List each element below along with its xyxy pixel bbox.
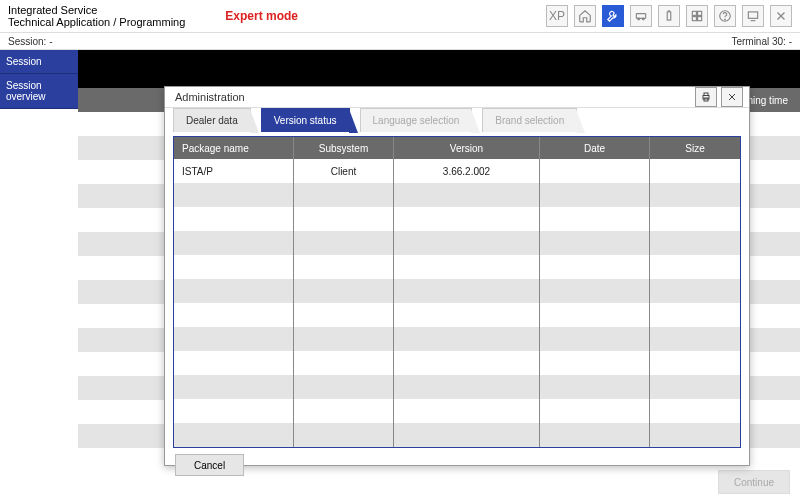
bg-toolbar <box>78 50 800 88</box>
battery-icon[interactable] <box>658 5 680 27</box>
manage-icon[interactable] <box>686 5 708 27</box>
svg-rect-7 <box>692 17 696 21</box>
table-row[interactable] <box>174 255 740 279</box>
cell-version <box>394 375 540 399</box>
cell-version <box>394 327 540 351</box>
tab-version-status[interactable]: Version status <box>261 108 350 132</box>
app-title-line2: Technical Application / Programming <box>8 16 185 28</box>
cell-package <box>174 207 294 231</box>
cell-size <box>650 375 740 399</box>
terminal-label: Terminal 30: - <box>731 36 792 47</box>
cell-subsystem <box>294 255 394 279</box>
cell-package <box>174 423 294 447</box>
close-icon[interactable] <box>770 5 792 27</box>
cell-date <box>540 231 650 255</box>
cell-date <box>540 303 650 327</box>
session-bar: Session: - Terminal 30: - <box>0 32 800 50</box>
session-label: Session: - <box>8 36 52 47</box>
cell-size <box>650 159 740 183</box>
cell-subsystem <box>294 327 394 351</box>
svg-rect-8 <box>698 17 702 21</box>
table-row[interactable] <box>174 207 740 231</box>
cell-subsystem <box>294 351 394 375</box>
cell-package <box>174 375 294 399</box>
cell-date <box>540 279 650 303</box>
cell-size <box>650 423 740 447</box>
cell-size <box>650 399 740 423</box>
cancel-button[interactable]: Cancel <box>175 454 244 476</box>
header-toolbar: XP <box>546 5 792 27</box>
cell-date <box>540 159 650 183</box>
table-row[interactable]: ISTA/PClient3.66.2.002 <box>174 159 740 183</box>
cell-date <box>540 327 650 351</box>
vehicle-icon[interactable] <box>630 5 652 27</box>
cell-date <box>540 423 650 447</box>
sidebar: Session Session overview <box>0 50 78 500</box>
dialog-tabs: Dealer data Version status Language sele… <box>165 108 749 132</box>
table-row[interactable] <box>174 399 740 423</box>
admin-dialog: Administration Dealer data Version statu… <box>164 86 750 466</box>
cell-date <box>540 183 650 207</box>
cell-size <box>650 303 740 327</box>
svg-point-2 <box>642 18 644 20</box>
cell-subsystem: Client <box>294 159 394 183</box>
cell-version <box>394 255 540 279</box>
cell-package <box>174 231 294 255</box>
cell-subsystem <box>294 399 394 423</box>
display-icon[interactable] <box>742 5 764 27</box>
table-row[interactable] <box>174 327 740 351</box>
cell-package <box>174 327 294 351</box>
cell-size <box>650 327 740 351</box>
col-version: Version <box>394 137 540 159</box>
svg-rect-11 <box>748 12 757 18</box>
table-row[interactable] <box>174 375 740 399</box>
cell-version <box>394 231 540 255</box>
table-row[interactable] <box>174 351 740 375</box>
tab-language-selection: Language selection <box>360 108 473 132</box>
wrench-icon[interactable] <box>602 5 624 27</box>
print-icon[interactable] <box>695 87 717 107</box>
app-title-line1: Integrated Service <box>8 4 185 16</box>
table-body: ISTA/PClient3.66.2.002 <box>174 159 740 447</box>
cell-version <box>394 207 540 231</box>
cell-version: 3.66.2.002 <box>394 159 540 183</box>
dialog-title: Administration <box>175 91 245 103</box>
table-row[interactable] <box>174 231 740 255</box>
svg-point-1 <box>638 18 640 20</box>
cell-date <box>540 255 650 279</box>
cell-version <box>394 423 540 447</box>
home-icon[interactable] <box>574 5 596 27</box>
cell-version <box>394 279 540 303</box>
cell-version <box>394 183 540 207</box>
svg-rect-5 <box>692 11 696 15</box>
cell-version <box>394 351 540 375</box>
cell-subsystem <box>294 303 394 327</box>
table-row[interactable] <box>174 303 740 327</box>
dialog-body: Package name Subsystem Version Date Size… <box>173 136 741 448</box>
tab-brand-selection: Brand selection <box>482 108 577 132</box>
cell-subsystem <box>294 183 394 207</box>
dialog-close-icon[interactable] <box>721 87 743 107</box>
sidebar-item-session-overview[interactable]: Session overview <box>0 74 78 109</box>
table-row[interactable] <box>174 279 740 303</box>
cell-version <box>394 399 540 423</box>
cell-package <box>174 183 294 207</box>
help-icon[interactable] <box>714 5 736 27</box>
table-row[interactable] <box>174 183 740 207</box>
xp-icon[interactable]: XP <box>546 5 568 27</box>
cell-package <box>174 303 294 327</box>
svg-rect-3 <box>667 12 671 20</box>
cell-size <box>650 231 740 255</box>
table-row[interactable] <box>174 423 740 447</box>
mode-label: Expert mode <box>225 9 298 23</box>
main-area: ramming time Continue Administration Dea… <box>78 50 800 500</box>
sidebar-item-session[interactable]: Session <box>0 50 78 74</box>
cell-size <box>650 255 740 279</box>
cell-date <box>540 351 650 375</box>
tab-dealer-data[interactable]: Dealer data <box>173 108 251 132</box>
col-package: Package name <box>174 137 294 159</box>
svg-point-10 <box>725 19 726 20</box>
table-header: Package name Subsystem Version Date Size <box>174 137 740 159</box>
app-header: Integrated Service Technical Application… <box>0 0 800 32</box>
cell-size <box>650 351 740 375</box>
